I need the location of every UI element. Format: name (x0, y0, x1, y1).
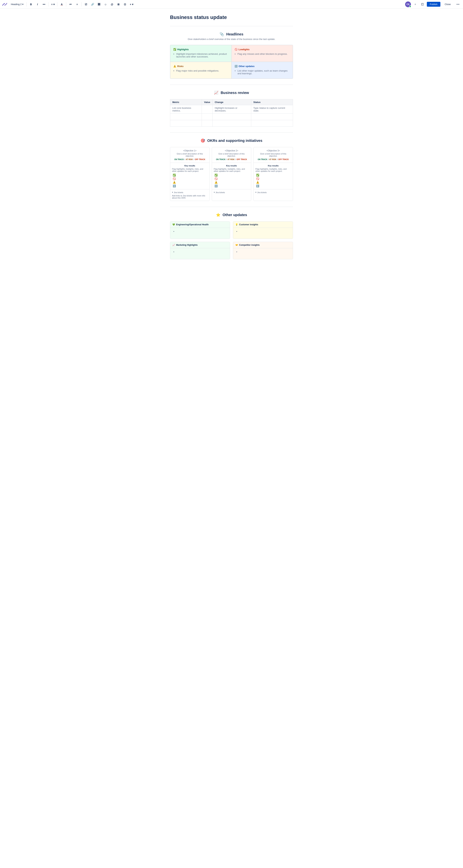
text-color-button[interactable]: A (59, 1, 64, 7)
engineering-body (170, 228, 230, 239)
link-button[interactable]: 🔗 (89, 1, 95, 7)
okr-header-2: <Objective 2> Give a brief description o… (212, 147, 251, 163)
cell-metric-3 (170, 120, 202, 127)
other-list: List other major updates, such as team c… (235, 69, 290, 75)
key-results-title-2: Key results (214, 164, 250, 167)
bullet-list-button[interactable]: ≔ (68, 1, 74, 7)
risks-cell: ⚠️ Risks Flag major risks and possible m… (170, 62, 231, 79)
key-results-title-1: Key results (172, 164, 208, 167)
numbered-list-button[interactable]: ≡ (74, 1, 80, 7)
business-review-table: Metric Value Change Status List core bus… (170, 99, 293, 127)
image-button[interactable]: 🖼 (96, 1, 102, 7)
heading-chevron: ▾ (22, 3, 24, 6)
headlines-subtext: Give stakeholders a brief overview of th… (170, 38, 293, 40)
key-results-desc-1: Flag highlights, lowlights, risks, and o… (172, 168, 208, 172)
risks-title: ⚠️ Risks (173, 65, 228, 68)
avatar-online-badge (409, 5, 411, 8)
okr-badges-2: ON TRACK / AT RISK / OFF TRACK (214, 158, 249, 160)
cell-status-3 (251, 120, 293, 127)
okr-jira-1: ▾ Jira tickets Add links to Jira tickets… (170, 189, 209, 201)
okr-objective-3: <Objective 3> (256, 149, 291, 152)
risks-list: Flag major risks and possible mitigation… (173, 69, 228, 72)
align-button[interactable]: ≡ ▾ (50, 1, 56, 7)
customer-item (239, 230, 290, 232)
cell-value-1 (202, 105, 212, 114)
table-row (170, 114, 293, 120)
insert-more-button[interactable]: + ▾ (128, 1, 134, 7)
customer-title: Customer insights (239, 223, 258, 226)
okr-grid: <Objective 1> Give a brief description o… (170, 147, 293, 201)
on-track-badge-3: ON TRACK (258, 158, 267, 160)
cell-status-2 (251, 114, 293, 120)
close-button[interactable]: Close (442, 2, 454, 7)
status-icon-check-3: ✅ (256, 174, 290, 177)
marketing-item (176, 250, 227, 253)
highlights-cell: ✅ Highlights Highlight important milesto… (170, 45, 231, 62)
marketing-icon: 📈 (172, 244, 175, 246)
publish-button[interactable]: Publish (427, 2, 440, 7)
other-updates-section: ⭐ Other updates 💚 Engineering/Operationa… (170, 213, 293, 259)
mention-button[interactable]: @ (109, 1, 115, 7)
at-risk-badge-2: AT RISK (228, 158, 235, 160)
italic-button[interactable]: I (34, 1, 40, 7)
emoji-button[interactable]: ☺ (103, 1, 108, 7)
chart-button[interactable]: ⊡ (122, 1, 128, 7)
engineering-icon: 💚 (172, 223, 175, 226)
table-header-row: Metric Value Change Status (170, 99, 293, 105)
customer-body (233, 228, 293, 239)
status-icon-block-2: 🚫 (214, 177, 249, 180)
okr-header-1: <Objective 1> Give a brief description o… (170, 147, 209, 163)
okr-status-icons-3: ✅ 🚫 ⚠️ ℹ️ (255, 174, 291, 187)
table-row (170, 120, 293, 127)
okr-header-3: <Objective 3> Give a brief description o… (254, 147, 293, 163)
more-text-button[interactable]: ••• (41, 1, 47, 7)
status-icon-info-1: ℹ️ (173, 184, 207, 187)
competitor-icon: 🤝 (235, 244, 238, 246)
marketing-title: Marketing Highlights (176, 244, 198, 246)
okr-heading: 🎯 OKRs and supporting initiatives (170, 138, 293, 143)
lowlights-cell: 🚫 Lowlights Flag any misses and other bl… (231, 45, 293, 62)
jira-header-1: ▾ Jira tickets (172, 191, 208, 193)
divider-3 (170, 132, 293, 133)
okr-key-results-3: Key results Flag highlights, lowlights, … (254, 163, 293, 189)
competitor-item (239, 250, 290, 253)
status-icon-check-2: ✅ (214, 174, 249, 177)
other-updates-grid: 💚 Engineering/Operational Health 💡 Custo… (170, 221, 293, 259)
other-label: Other updates (238, 65, 255, 68)
okr-jira-3: ▾ Jira tickets (254, 189, 293, 196)
add-collaborator-button[interactable]: + (412, 1, 418, 7)
okr-icon: 🎯 (201, 138, 205, 143)
status-icon-warn-2: ⚠️ (214, 181, 249, 184)
heading-select[interactable]: Heading 2 ▾ (9, 2, 25, 6)
engineering-header: 💚 Engineering/Operational Health (170, 221, 230, 228)
col-metric: Metric (170, 99, 202, 105)
toolbar-divider-2 (48, 2, 49, 6)
okr-status-icons-2: ✅ 🚫 ⚠️ ℹ️ (214, 174, 250, 187)
headlines-icon: 📎 (220, 32, 224, 36)
page-content: Business status update 📎 Headlines Give … (163, 9, 300, 274)
confluence-logo[interactable] (2, 2, 7, 7)
bold-button[interactable]: B (28, 1, 34, 7)
okr-objective-2: <Objective 2> (214, 149, 249, 152)
share-button[interactable] (419, 1, 425, 7)
highlights-icon: ✅ (173, 48, 176, 51)
status-icon-info-2: ℹ️ (214, 184, 249, 187)
jira-label-2: Jira tickets (215, 191, 225, 193)
avatar[interactable]: CK (405, 1, 411, 7)
jira-label-1: Jira tickets (174, 191, 183, 193)
off-track-badge-3: OFF TRACK (278, 158, 289, 160)
lowlights-icon: 🚫 (235, 48, 237, 51)
col-status: Status (251, 99, 293, 105)
task-button[interactable]: ☑ (83, 1, 89, 7)
jira-chevron-1: ▾ (172, 191, 173, 193)
off-track-badge-2: OFF TRACK (237, 158, 247, 160)
headlines-heading: 📎 Headlines (170, 32, 293, 36)
avatar-initials: CK (406, 3, 409, 6)
cell-metric-2 (170, 114, 202, 120)
jira-header-3: ▾ Jira tickets (255, 191, 291, 193)
table-button[interactable]: ⊞ (116, 1, 121, 7)
overflow-menu-button[interactable]: ••• (455, 1, 461, 7)
other-icon: ℹ️ (235, 65, 237, 68)
highlights-label: Highlights (177, 48, 189, 51)
cell-value-3 (202, 120, 212, 127)
